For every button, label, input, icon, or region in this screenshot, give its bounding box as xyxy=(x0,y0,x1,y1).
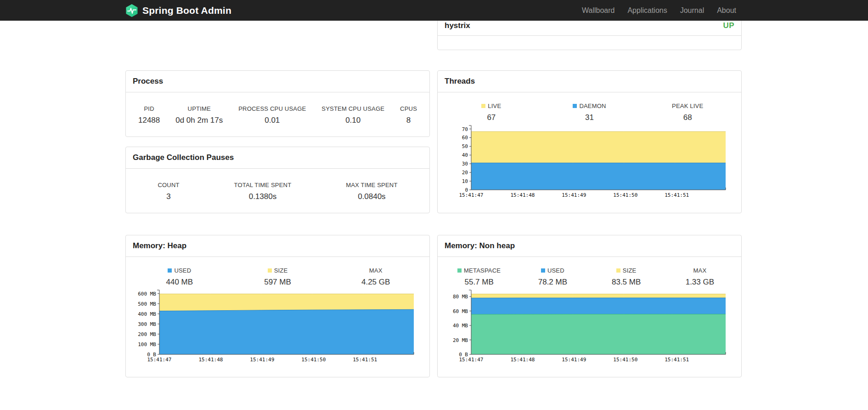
legend-value: 55.7 MB xyxy=(442,278,516,287)
legend-swatch-used xyxy=(541,268,545,273)
process-panel: Process PID 12488 UPTIME 0d 0h 2m 17s PR… xyxy=(125,70,430,137)
legend-item-metaspace: METASPACE 55.7 MB xyxy=(442,267,516,287)
legend-swatch-size xyxy=(616,268,620,273)
stat-label: PROCESS CPU USAGE xyxy=(238,105,306,112)
nonheap-area-chart: 0 B20 MB40 MB60 MB80 MB15:41:4715:41:481… xyxy=(438,287,741,369)
nav-link-wallboard[interactable]: Wallboard xyxy=(575,0,621,21)
svg-text:15:41:47: 15:41:47 xyxy=(147,357,172,363)
svg-text:15:41:47: 15:41:47 xyxy=(459,357,484,363)
memory-nonheap-panel: Memory: Non heap METASPACE 55.7 MB USED … xyxy=(437,235,742,377)
legend-value: 31 xyxy=(541,113,639,122)
nav-link-about[interactable]: About xyxy=(710,0,743,21)
navbar-container: Spring Boot Admin Wallboard Applications… xyxy=(125,0,743,21)
nav-link-applications[interactable]: Applications xyxy=(621,0,673,21)
svg-text:40: 40 xyxy=(462,152,468,158)
legend-item-max: MAX 4.25 GB xyxy=(327,267,425,287)
stat-label: SYSTEM CPU USAGE xyxy=(321,105,384,112)
legend-label: MAX xyxy=(369,267,383,274)
svg-text:50: 50 xyxy=(462,143,468,149)
legend-item-used: USED 78.2 MB xyxy=(516,267,589,287)
svg-text:15:41:49: 15:41:49 xyxy=(562,357,586,363)
stat-value: 0.0840s xyxy=(346,192,397,201)
svg-text:15:41:51: 15:41:51 xyxy=(353,357,377,363)
svg-text:60: 60 xyxy=(462,135,468,141)
main-content: hystrix UP Process PID 12488 UPTIME 0d 0… xyxy=(125,0,743,410)
svg-text:600 MB: 600 MB xyxy=(138,291,156,297)
legend-value: 83.5 MB xyxy=(590,278,663,287)
svg-text:15:41:51: 15:41:51 xyxy=(665,357,689,363)
nav-link-journal[interactable]: Journal xyxy=(674,0,710,21)
stat-gc-total-time: TOTAL TIME SPENT 0.1380s xyxy=(234,182,292,201)
status-badge-up: UP xyxy=(723,21,734,30)
svg-text:100 MB: 100 MB xyxy=(138,342,156,347)
legend-value: 440 MB xyxy=(130,278,229,287)
legend-label: PEAK LIVE xyxy=(672,102,703,109)
legend-item-max: MAX 1.33 GB xyxy=(663,267,737,287)
svg-text:15:41:49: 15:41:49 xyxy=(250,357,274,363)
svg-text:60 MB: 60 MB xyxy=(453,308,468,314)
stat-value: 8 xyxy=(400,116,417,125)
stat-label: MAX TIME SPENT xyxy=(346,182,397,188)
navbar-links: Wallboard Applications Journal About xyxy=(575,0,743,21)
legend-label: SIZE xyxy=(274,267,288,274)
brand-link[interactable]: Spring Boot Admin xyxy=(125,4,231,17)
legend-label: SIZE xyxy=(623,267,637,274)
svg-text:15:41:47: 15:41:47 xyxy=(459,192,484,198)
health-panel-padding xyxy=(438,36,741,49)
legend-label: METASPACE xyxy=(464,267,501,274)
legend-label: LIVE xyxy=(488,102,501,109)
legend-swatch-used xyxy=(168,268,172,273)
svg-text:40 MB: 40 MB xyxy=(453,323,468,329)
nonheap-panel-title: Memory: Non heap xyxy=(438,235,741,257)
svg-text:15:41:50: 15:41:50 xyxy=(613,192,637,198)
stat-value: 0.1380s xyxy=(234,192,292,201)
svg-text:500 MB: 500 MB xyxy=(138,301,156,307)
threads-panel-title: Threads xyxy=(438,71,741,92)
gc-panel-title: Garbage Collection Pauses xyxy=(126,147,429,169)
heap-legend: USED 440 MB SIZE 597 MB MAX 4.25 GB xyxy=(126,257,429,287)
brand-title: Spring Boot Admin xyxy=(142,5,231,16)
stat-system-cpu-usage: SYSTEM CPU USAGE 0.10 xyxy=(321,105,384,125)
legend-label: MAX xyxy=(693,267,706,274)
gc-pauses-panel: Garbage Collection Pauses COUNT 3 TOTAL … xyxy=(125,147,430,213)
svg-text:200 MB: 200 MB xyxy=(138,331,156,337)
legend-label: USED xyxy=(174,267,191,274)
stat-uptime: UPTIME 0d 0h 2m 17s xyxy=(175,105,223,125)
legend-swatch-size xyxy=(268,268,272,273)
svg-text:80 MB: 80 MB xyxy=(453,294,468,300)
stat-label: CPUS xyxy=(400,105,417,112)
svg-text:15:41:48: 15:41:48 xyxy=(198,357,223,363)
svg-text:15:41:50: 15:41:50 xyxy=(613,357,637,363)
svg-text:15:41:49: 15:41:49 xyxy=(562,192,586,198)
svg-text:20 MB: 20 MB xyxy=(453,337,468,343)
process-panel-title: Process xyxy=(126,71,429,92)
legend-swatch-live xyxy=(481,104,485,108)
legend-value: 68 xyxy=(638,113,737,122)
svg-text:15:41:48: 15:41:48 xyxy=(510,357,535,363)
heap-area-chart: 0 B100 MB200 MB300 MB400 MB500 MB600 MB1… xyxy=(126,287,429,369)
legend-label: USED xyxy=(547,267,564,274)
legend-item-daemon: DAEMON 31 xyxy=(541,102,639,122)
svg-text:400 MB: 400 MB xyxy=(138,311,156,317)
threads-panel: Threads LIVE 67 DAEMON 31 PEAK LIVE 68 0… xyxy=(437,70,742,213)
legend-swatch-metaspace xyxy=(457,268,462,273)
legend-value: 67 xyxy=(442,113,541,122)
threads-area-chart: 01020304050607015:41:4715:41:4815:41:491… xyxy=(438,122,741,204)
stat-value: 0d 0h 2m 17s xyxy=(175,116,223,125)
stat-label: TOTAL TIME SPENT xyxy=(234,182,292,188)
stat-label: COUNT xyxy=(158,182,179,188)
legend-value: 597 MB xyxy=(229,278,327,287)
memory-heap-panel: Memory: Heap USED 440 MB SIZE 597 MB MAX… xyxy=(125,235,430,377)
threads-legend: LIVE 67 DAEMON 31 PEAK LIVE 68 xyxy=(438,92,741,122)
legend-value: 78.2 MB xyxy=(516,278,589,287)
stat-label: UPTIME xyxy=(175,105,223,112)
gc-stats-row: COUNT 3 TOTAL TIME SPENT 0.1380s MAX TIM… xyxy=(126,169,429,201)
legend-value: 1.33 GB xyxy=(663,278,737,287)
stat-gc-max-time: MAX TIME SPENT 0.0840s xyxy=(346,182,397,201)
legend-item-peak-live: PEAK LIVE 68 xyxy=(638,102,737,122)
svg-text:300 MB: 300 MB xyxy=(138,321,156,327)
stat-value: 0.01 xyxy=(238,116,306,125)
stat-value: 0.10 xyxy=(321,116,384,125)
stat-value: 3 xyxy=(158,192,179,201)
legend-label: DAEMON xyxy=(579,102,606,109)
